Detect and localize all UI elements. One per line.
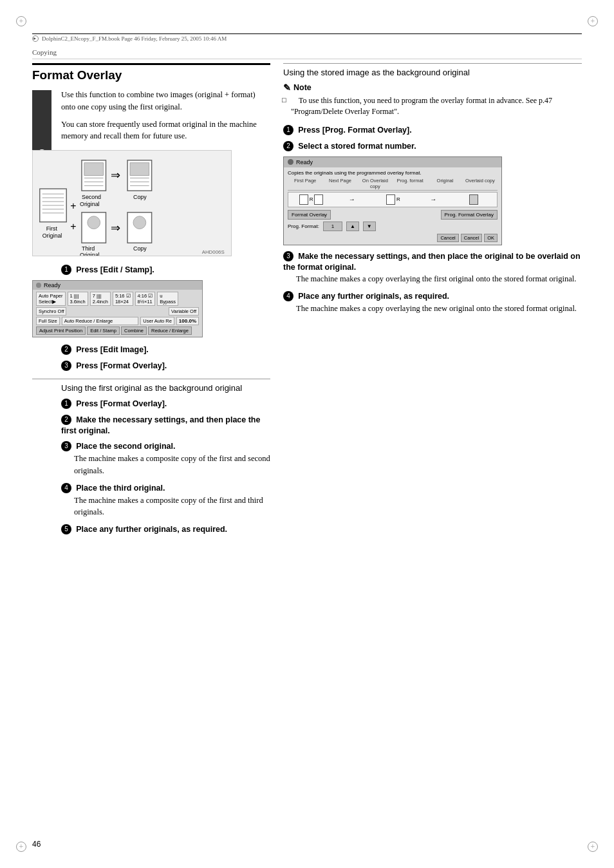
- sub1-step-4-label: Place the third original.: [76, 484, 165, 493]
- right-step-3-num: 3: [283, 251, 293, 261]
- ui-col-progformat: Prog. format: [393, 178, 427, 189]
- ls-size4: 4:16 ☑8½×11: [135, 292, 156, 306]
- sub1-step-3: 3 Place the second original. The machine…: [61, 440, 270, 477]
- cancel-btn-2[interactable]: Cancel: [461, 234, 482, 242]
- right-step-3-body: The machine makes a copy overlaying the …: [283, 273, 582, 285]
- prog-format-overlay-screen: Ready Copies the originals using the pro…: [283, 156, 502, 245]
- step-2-label: Press [Edit Image].: [76, 345, 149, 354]
- sub1-step-5-num: 5: [61, 524, 71, 534]
- main-content: Copying Format Overlay Use this function…: [32, 48, 582, 836]
- intro-p1: Use this function to combine two images …: [61, 89, 270, 113]
- step-1-label: Press [Edit / Stamp].: [76, 265, 154, 274]
- ls-combine[interactable]: Combine: [121, 326, 147, 335]
- ls-body: Auto PaperSelect▶ 1 ||||3.6inch 7 ||||2.…: [33, 290, 202, 337]
- svg-text:Third: Third: [82, 245, 95, 252]
- ls-variable: Variable Off: [169, 307, 199, 316]
- prog-format-overlay-btn[interactable]: Prog. Format Overlay: [441, 210, 498, 220]
- right-step-1-num: 1: [283, 125, 293, 135]
- sub1-step-3-label: Place the second original.: [76, 442, 175, 451]
- prog-down-btn[interactable]: ▼: [363, 222, 376, 231]
- format-overlay-diagram: First Original + Second Original ⇒: [32, 150, 232, 256]
- sub1-step-2: 2 Make the necessary settings, and then …: [61, 414, 270, 435]
- svg-text:First: First: [46, 225, 58, 232]
- svg-text:+: +: [70, 200, 76, 211]
- ui-doc-icon-4: [469, 194, 478, 205]
- ui-desc: Copies the originals using the programme…: [288, 170, 498, 176]
- right-step-2: 2 Select a stored format number.: [283, 140, 582, 151]
- ui-col-original: Original: [427, 178, 462, 189]
- svg-text:Original: Original: [80, 201, 100, 207]
- right-step-3: 3 Make the necessary settings, and then …: [283, 250, 582, 285]
- breadcrumb: Copying: [32, 48, 582, 59]
- prog-up-btn[interactable]: ▲: [346, 222, 359, 231]
- ok-btn[interactable]: OK: [484, 234, 498, 242]
- ls-percent: 100.0%: [176, 317, 199, 325]
- ls-size1: 1 ||||3.6inch: [68, 292, 88, 306]
- svg-text:Original: Original: [80, 252, 100, 256]
- right-step-4-body: The machine makes a copy overlaying the …: [283, 303, 582, 315]
- sub1-step-2-num: 2: [61, 415, 71, 425]
- ui-col-firstpage: First Page: [288, 178, 322, 189]
- prog-label: Prog. Format:: [288, 223, 319, 229]
- ls-bypass: uBypass: [157, 292, 178, 306]
- step-1-num: 1: [61, 265, 71, 275]
- ls-row3: Full Size Auto Reduce / Enlarge User Aut…: [36, 317, 199, 325]
- ui-row: R → R →: [288, 192, 498, 207]
- svg-text:Original: Original: [42, 232, 62, 239]
- ls-edit-stamp[interactable]: Edit / Stamp: [87, 326, 120, 335]
- right-step-2-num: 2: [283, 141, 293, 151]
- sub1-step-4-num: 4: [61, 483, 71, 493]
- svg-text:+: +: [70, 221, 76, 232]
- ls-row1: Auto PaperSelect▶ 1 ||||3.6inch 7 ||||2.…: [36, 292, 199, 306]
- ui-cell-doc2: R: [372, 194, 413, 205]
- page-number: 46: [32, 840, 41, 849]
- svg-text:Copy: Copy: [133, 245, 147, 252]
- corner-mark-bl: [16, 842, 26, 852]
- ui-doc-icon-2: [314, 194, 323, 205]
- cancel-btn-1[interactable]: Cancel: [437, 234, 458, 242]
- ready-screen-left: Ready Auto PaperSelect▶ 1 ||||3.6inch 7 …: [32, 280, 203, 337]
- right-step-4-label: Place any further originals, as required…: [298, 292, 449, 301]
- section-title: Format Overlay: [32, 63, 270, 82]
- corner-mark-tr: [588, 16, 598, 26]
- stored-section-title: Using the stored image as the background…: [283, 68, 582, 77]
- ls-title-bar: Ready: [33, 281, 202, 290]
- sub1-step-1: 1 Press [Format Overlay].: [61, 398, 270, 409]
- right-step-4: 4 Place any further originals, as requir…: [283, 290, 582, 315]
- step-1: 1 Press [Edit / Stamp].: [61, 264, 270, 275]
- step-2: 2 Press [Edit Image].: [61, 344, 270, 355]
- ui-doc-icon-3: [386, 194, 395, 205]
- format-overlay-btn[interactable]: Format Overlay: [288, 210, 331, 220]
- top-meta-bar: DolphinC2_ENcopy_F_FM.book Page 46 Frida…: [32, 33, 582, 42]
- svg-point-31: [133, 216, 146, 229]
- note-title-text: Note: [293, 83, 312, 92]
- left-column: Format Overlay Use this function to comb…: [32, 63, 270, 540]
- ls-synchro: Synchro Off: [36, 307, 66, 316]
- right-step-2-label: Select a stored format number.: [298, 142, 416, 151]
- ui-title-bar: Ready: [284, 157, 501, 167]
- sub1-step-3-body: The machine makes a composite copy of th…: [61, 453, 270, 477]
- corner-mark-br: [588, 842, 598, 852]
- ui-cancel-area: Cancel Cancel OK: [288, 234, 498, 242]
- sub1-step-4-body: The machine makes a composite copy of th…: [61, 495, 270, 519]
- ls-ready-text: Ready: [44, 282, 60, 288]
- sub1-step-2-label: Make the necessary settings, and then pl…: [61, 415, 260, 435]
- ui-ready-text: Ready: [296, 159, 313, 165]
- svg-text:⇒: ⇒: [111, 222, 120, 234]
- right-step-1: 1 Press [Prog. Format Overlay].: [283, 124, 582, 135]
- ls-adjust[interactable]: Adjust Print Position: [36, 326, 86, 335]
- note-item-1: To use this function, you need to progra…: [283, 95, 582, 118]
- prog-num-btn[interactable]: 1: [323, 222, 342, 231]
- svg-text:⇒: ⇒: [111, 169, 120, 182]
- meta-text: DolphinC2_ENcopy_F_FM.book Page 46 Frida…: [42, 35, 227, 42]
- sub1-step-5: 5 Place any further originals, as requir…: [61, 524, 270, 534]
- right-column: Using the stored image as the background…: [283, 63, 582, 540]
- ui-body: Copies the originals using the programme…: [284, 167, 501, 245]
- sub1-step-4: 4 Place the third original. The machine …: [61, 482, 270, 519]
- ui-col-nextpage: Next Page: [322, 178, 357, 189]
- ls-reduce[interactable]: Reduce / Enlarge: [148, 326, 192, 335]
- ui-cell-doc3: [454, 194, 494, 205]
- note-title: ✎ Note: [283, 82, 582, 93]
- note-pencil-icon: ✎: [283, 82, 291, 93]
- ls-auto-paper: Auto PaperSelect▶: [36, 292, 66, 306]
